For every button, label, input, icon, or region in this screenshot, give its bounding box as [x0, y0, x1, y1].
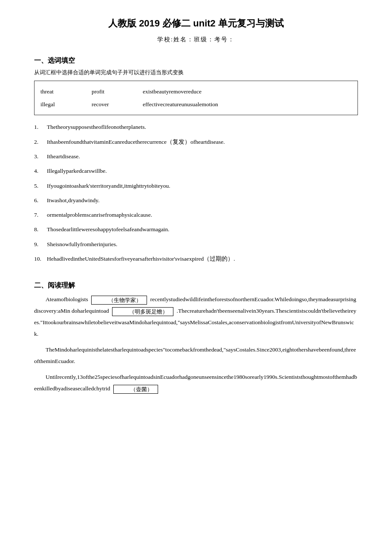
sentence-num-4: 4. [34, 166, 47, 176]
sentence-num-2: 2. [34, 137, 47, 147]
section-1: 一、选词填空 从词汇框中选择合适的单词完成句子并可以进行适当形式变换 threa… [34, 56, 358, 264]
reading-para-2: TheMindoharlequinisthelatestharlequintoa… [34, 344, 358, 367]
para3-start: Untilrecently,13ofthe25speciesofharlequi… [34, 374, 357, 392]
section1-title: 一、选词填空 [34, 56, 358, 65]
para1-start: Ateamofbiologists [46, 296, 88, 302]
sentence-num-3: 3. [34, 151, 47, 162]
page-title: 人教版 2019 必修二 unit2 单元复习与测试 [34, 17, 358, 30]
para1-toad: doharlequintoad [72, 308, 109, 314]
para1-toad-annotation: （明多斑足蟾） [112, 307, 173, 317]
sentence-num-7: 7. [34, 210, 47, 220]
sentence-item-5: 5. Ifyougointoashark'sterritoryandit,itm… [34, 181, 358, 191]
sentence-num-8: 8. [34, 224, 47, 235]
sentence-item-3: 3. Itheartdisease. [34, 151, 358, 162]
para2-text: TheMindoharlequinisthelatestharlequintoa… [34, 346, 356, 364]
sentence-item-10: 10. HehadlivedintheUnitedStatesforfiveye… [34, 254, 358, 264]
sentence-num-1: 1. [34, 122, 47, 132]
word-row2-rest: effectivecreatureunusualemotion [143, 98, 218, 111]
sentence-item-4: 4. Illegallyparkedcarswillbe. [34, 166, 358, 176]
sentence-item-8: 8. Thosedearlittleweresohappytofeelsafea… [34, 224, 358, 235]
word-row-2: illegal recover effectivecreatureunusual… [40, 98, 352, 111]
sentence-text-10: HehadlivedintheUnitedStatesforfiveyearsa… [47, 254, 358, 264]
sentence-item-7: 7. ormentalproblemscanrisefromaphysicalc… [34, 210, 358, 220]
sentence-num-9: 9. [34, 239, 47, 250]
word-box: threat profit existbeautyremovereduce il… [34, 81, 358, 115]
word-illegal: illegal [40, 98, 75, 111]
sentence-num-5: 5. [34, 181, 47, 191]
sentence-text-9: Sheisnowfullyfromherinjuries. [47, 239, 358, 250]
sentence-text-3: Itheartdisease. [47, 151, 358, 162]
sentence-item-1: 1. Thetheorysupposestheoflifeonotherplan… [34, 122, 358, 132]
section1-instruction: 从词汇框中选择合适的单词完成句子并可以进行适当形式变换 [34, 69, 358, 76]
sentence-text-5: Ifyougointoashark'sterritoryandit,itmigh… [47, 181, 358, 191]
sentence-item-9: 9. Sheisnowfullyfromherinjuries. [34, 239, 358, 250]
word-recover: recover [92, 98, 126, 111]
sentence-text-4: Illegallyparkedcarswillbe. [47, 166, 358, 176]
sentence-list: 1. Thetheorysupposestheoflifeonotherplan… [34, 122, 358, 264]
sentence-num-6: 6. [34, 195, 47, 206]
para1-annotation: （生物学家） [91, 296, 147, 305]
word-threat: threat [40, 85, 75, 98]
sentence-text-8: Thosedearlittleweresohappytofeelsafeandw… [47, 224, 358, 235]
sentence-item-6: 6. Itwashot,dryandwindy. [34, 195, 358, 206]
reading-para-3: Untilrecently,13ofthe25speciesofharlequi… [34, 371, 358, 394]
sentence-text-2: IthasbeenfoundthatvitaminEcanreducethere… [47, 137, 358, 147]
section-2: 二、阅读理解 Ateamofbiologists （生物学家） recently… [34, 281, 358, 394]
reading-para-1: Ateamofbiologists （生物学家） recentlystudied… [34, 293, 358, 340]
word-row1-rest: existbeautyremovereduce [143, 85, 202, 98]
sentence-text-1: Thetheorysupposestheoflifeonotherplanets… [47, 122, 358, 132]
sentence-item-2: 2. IthasbeenfoundthatvitaminEcanreduceth… [34, 137, 358, 147]
para3-annotation: （壶菌） [113, 385, 158, 394]
sentence-num-10: 10. [34, 254, 47, 264]
word-profit: profit [92, 85, 126, 98]
sentence-text-6: Itwashot,dryandwindy. [47, 195, 358, 206]
word-row-1: threat profit existbeautyremovereduce [40, 85, 352, 98]
sentence-text-7: ormentalproblemscanrisefromaphysicalcaus… [47, 210, 358, 220]
subtitle: 学校:姓名：班级：考号： [34, 36, 358, 44]
section2-title: 二、阅读理解 [34, 281, 358, 290]
